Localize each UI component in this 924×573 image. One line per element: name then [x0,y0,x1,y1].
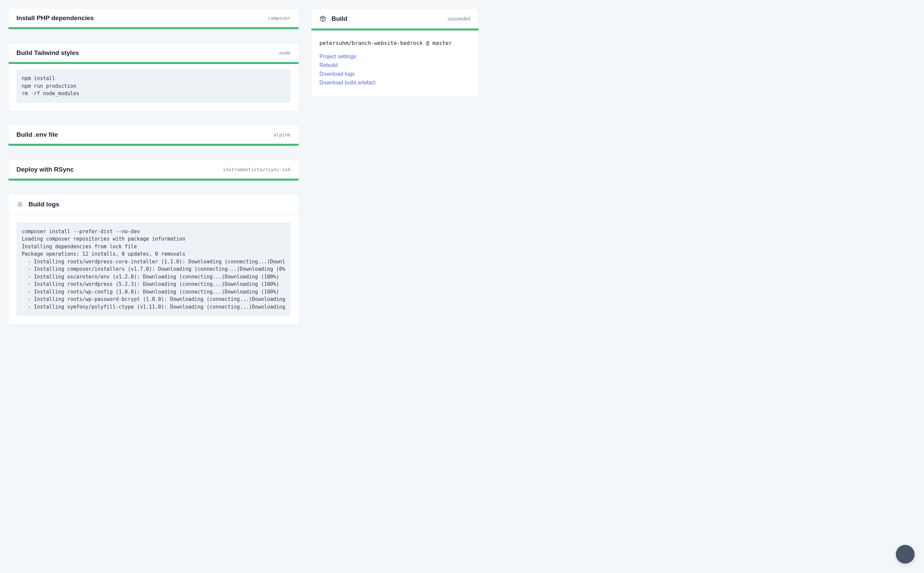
step-header[interactable]: Build Tailwind styles node [8,43,299,62]
build-step-card: Install PHP dependencies composer [8,8,299,30]
summary-body: petersuhm/branch-website-bedrock @ maste… [311,30,478,97]
logs-title: Build logs [28,201,60,208]
action-links: Project settings Rebuild Download logs D… [320,53,471,86]
svg-line-6 [322,17,324,18]
step-title: Build .env file [16,131,58,138]
download-artefact-link[interactable]: Download build artefact [320,80,375,85]
status-badge: succeeded [447,16,471,22]
step-header[interactable]: Deploy with RSync instrumentisto/rsync-s… [8,160,299,178]
download-logs-link[interactable]: Download logs [320,71,355,77]
build-step-card: Build Tailwind styles node npm install n… [8,43,299,111]
build-step-card: Build .env file alpine [8,125,299,146]
build-summary-card: Build succeeded petersuhm/branch-website… [311,8,479,97]
list-icon [16,201,22,207]
logs-content: composer install --prefer-dist --no-dev … [16,222,291,316]
step-title: Deploy with RSync [16,166,74,173]
package-icon [320,16,326,22]
logs-header: Build logs [8,195,299,214]
repo-ref: petersuhm/branch-website-bedrock @ maste… [320,40,471,46]
step-tag: alpine [274,132,291,138]
step-header[interactable]: Build .env file alpine [8,125,299,144]
status-bar-success [8,144,299,146]
build-step-card: Deploy with RSync instrumentisto/rsync-s… [8,160,299,181]
project-settings-link[interactable]: Project settings [320,53,356,59]
status-bar-success [8,27,299,29]
rebuild-link[interactable]: Rebuild [320,62,337,68]
step-code: npm install npm run production rm -rf no… [16,69,291,103]
build-logs-card: Build logs composer install --prefer-dis… [8,194,299,325]
step-header[interactable]: Install PHP dependencies composer [8,8,299,27]
status-bar-success [8,178,299,181]
step-tag: instrumentisto/rsync-ssh [223,167,290,172]
summary-header: Build succeeded [311,8,478,28]
step-tag: node [279,50,291,56]
step-title: Build Tailwind styles [16,49,79,56]
summary-title: Build [332,15,348,22]
step-title: Install PHP dependencies [16,14,94,22]
step-body: npm install npm run production rm -rf no… [8,64,299,111]
step-tag: composer [268,16,290,21]
